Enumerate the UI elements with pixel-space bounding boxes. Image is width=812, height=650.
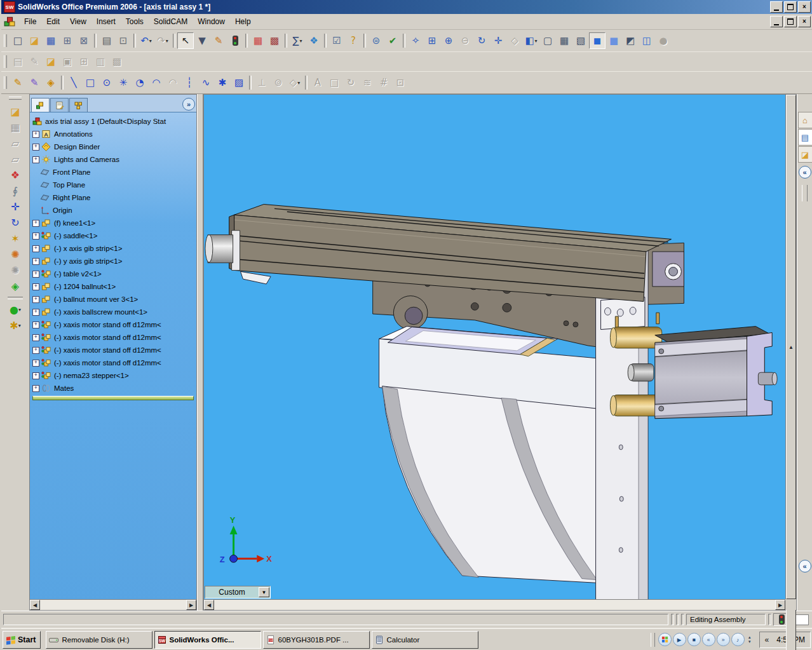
view-orientation-dropdown[interactable]: ▼ — [259, 587, 269, 597]
doc-close-button[interactable]: × — [798, 16, 811, 27]
menu-insert[interactable]: Insert — [91, 15, 121, 28]
expand-toggle[interactable]: + — [32, 385, 39, 392]
design-library[interactable]: ▤ — [798, 129, 812, 146]
expand-toggle[interactable]: + — [32, 156, 39, 163]
zoom-to-selection[interactable]: ⊖ — [457, 32, 473, 49]
grayed-addin-button-6[interactable]: ▩ — [109, 53, 125, 70]
tree-item-x-axis-gib-strip-1[interactable]: +(-) x axis gib strip<1> — [31, 242, 196, 255]
close-button[interactable]: × — [798, 1, 811, 13]
tree-item-xaxis-motor-stand-off-d12mm[interactable]: +(-) xaxis motor stand off d12mm< — [31, 331, 196, 344]
doc-minimize-button[interactable] — [770, 16, 783, 27]
zoom-to-area[interactable]: ⊞ — [424, 32, 440, 49]
cad-model[interactable]: X Y Z — [204, 95, 785, 599]
toolbox-dropdown[interactable]: ▾ — [18, 323, 21, 328]
vertical-scrollbar[interactable]: ▲ ▼ — [785, 95, 796, 599]
tree-item-ballnut-mount-ver-3-1[interactable]: +(-) ballnut mount ver 3<1> — [31, 293, 196, 306]
redo-dropdown[interactable]: ▾ — [166, 38, 168, 44]
shadows-in-shaded-mode[interactable]: ◩ — [622, 32, 639, 49]
scroll-left[interactable]: ◀ — [204, 600, 214, 610]
wireframe[interactable]: ▢ — [539, 32, 556, 49]
expand-toggle[interactable]: + — [32, 309, 39, 316]
show-component[interactable]: ▱ — [7, 135, 24, 151]
exploded-view[interactable]: ✺ — [7, 247, 24, 262]
section-view[interactable]: ◫ — [639, 32, 655, 49]
photoworks-render[interactable]: ❖ — [306, 32, 322, 49]
tree-item-annotations[interactable]: +AAnnotations — [31, 128, 196, 140]
tree-item-origin[interactable]: Origin — [31, 204, 196, 217]
tree-item-nema23-stepper-1[interactable]: +(-) nema23 stepper<1> — [31, 369, 196, 382]
tree-item-y-axis-gib-strip-1[interactable]: +(-) y axis gib strip<1> — [31, 255, 196, 267]
tree-item-f-knee1-1[interactable]: +(f) knee1<1> — [31, 217, 196, 229]
print-preview[interactable]: ⊡ — [115, 32, 132, 49]
file-explorer[interactable]: ◪ — [798, 146, 812, 163]
wmp-next[interactable]: » — [717, 633, 730, 646]
hidden-lines-visible[interactable]: ▦ — [556, 32, 572, 49]
expand-toggle[interactable]: + — [32, 144, 39, 151]
wmp-play[interactable]: ▶ — [673, 633, 686, 646]
rebuild[interactable] — [227, 32, 243, 49]
undo[interactable]: ↶▾ — [138, 32, 154, 49]
task-pane-collapse-chevron[interactable]: « — [799, 166, 811, 179]
simulation[interactable]: ●▾ — [7, 302, 24, 318]
sketch[interactable]: ✎ — [10, 74, 26, 91]
note[interactable]: A — [309, 74, 326, 91]
expand-toggle[interactable]: + — [32, 360, 39, 367]
display-relations[interactable]: ⊚ — [270, 74, 287, 91]
grayed-addin-button-4[interactable]: ⊞ — [76, 53, 92, 70]
expand-toggle[interactable]: + — [32, 372, 39, 379]
shaded[interactable]: ■ — [606, 32, 622, 49]
configurationmanager-tab[interactable] — [69, 98, 88, 112]
add-relation[interactable]: ⊥ — [254, 74, 270, 91]
tree-item-xaxis-ballscrew-mount-1[interactable]: +(-) xaxis ballscrew mount<1> — [31, 306, 196, 318]
convert-entities[interactable]: ▨ — [231, 74, 247, 91]
solidworks-resources[interactable]: ⌂ — [798, 112, 812, 128]
tree-item-right-plane[interactable]: Right Plane — [31, 191, 196, 204]
grayed-addin-button-5[interactable]: ▥ — [92, 53, 109, 70]
new-document[interactable]: □ — [10, 32, 26, 49]
hidden-components[interactable]: ▦ — [7, 119, 24, 135]
print[interactable]: ▤ — [98, 32, 115, 49]
pan[interactable]: ✛ — [490, 32, 506, 49]
task-pane-handle[interactable] — [802, 185, 808, 201]
geometric-tolerance[interactable]: # — [376, 74, 392, 91]
expand-toggle[interactable]: + — [32, 334, 39, 341]
redo[interactable]: ↷▾ — [154, 32, 171, 49]
expand-toggle[interactable]: + — [32, 131, 39, 138]
menu-solidcam[interactable]: SolidCAM — [149, 15, 193, 28]
toolbox[interactable]: ✱▾ — [7, 318, 24, 334]
panel-scroll-right[interactable]: ▶ — [186, 600, 196, 610]
rotate-component[interactable]: ↻ — [7, 215, 24, 231]
balloon[interactable]: □ — [326, 74, 342, 91]
expand-toggle[interactable]: + — [32, 245, 39, 252]
hidden-lines-removed[interactable]: ▧ — [572, 32, 589, 49]
tree-item-front-plane[interactable]: Front Plane — [31, 166, 196, 179]
menu-tools[interactable]: Tools — [121, 15, 149, 28]
menu-file[interactable]: File — [19, 15, 41, 28]
wmp-volume[interactable]: ♪ — [731, 633, 745, 646]
interference-detection[interactable]: ◈ — [7, 278, 24, 294]
wmp-previous[interactable]: « — [702, 633, 715, 646]
minimize-button[interactable] — [770, 1, 783, 13]
3-point-arc[interactable]: ◠ — [165, 74, 181, 91]
datum-feature[interactable]: ⊡ — [392, 74, 409, 91]
graphics-viewport[interactable]: X Y Z Custom ▼ — [204, 95, 785, 599]
tree-item-xaxis-motor-stand-off-d12mm[interactable]: +(-) xaxis motor stand off d12mm< — [31, 344, 196, 356]
expand-toggle[interactable]: + — [32, 283, 39, 290]
make-drawing-from-part[interactable]: ⊞ — [59, 32, 76, 49]
spline[interactable]: ∿ — [198, 74, 214, 91]
tree-item-xaxis-motor-stand-off-d12mm[interactable]: +(-) xaxis motor stand off d12mm< — [31, 356, 196, 369]
document-icon[interactable] — [4, 16, 15, 27]
open-document[interactable]: ◪ — [26, 32, 43, 49]
tray-toolbar-handle[interactable] — [651, 633, 655, 647]
zoom-in-out[interactable]: ⊕ — [440, 32, 457, 49]
edrawings-publish[interactable]: ⊜ — [368, 32, 384, 49]
select[interactable]: ↖ — [177, 32, 194, 49]
help[interactable]: ? — [345, 32, 362, 49]
task-pane-collapse-chevron-lower[interactable]: « — [799, 560, 811, 572]
addin-open-button[interactable]: ◪ — [43, 53, 59, 70]
edit-part[interactable]: ✎ — [210, 32, 227, 49]
featuremanager-tab[interactable] — [31, 98, 50, 112]
expand-toggle[interactable]: + — [32, 296, 39, 303]
centerline[interactable]: ┆ — [181, 74, 198, 91]
smart-dimension-dropdown[interactable]: ▾ — [297, 80, 300, 86]
